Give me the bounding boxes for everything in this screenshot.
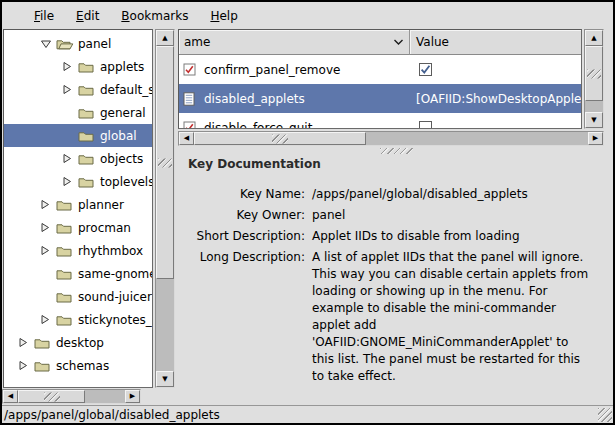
scroll-down-icon[interactable]: ▼ [585, 112, 603, 128]
statusbar: /apps/panel/global/disabled_applets [2, 405, 613, 423]
tree-vscroll-thumb[interactable] [156, 46, 174, 279]
menu-item-label: Edit [76, 9, 99, 23]
doc-field-value: panel [312, 207, 594, 224]
scroll-left-icon[interactable]: ◀ [3, 390, 18, 403]
scroll-up-icon[interactable]: ▲ [585, 30, 603, 46]
expander-open-icon[interactable] [40, 38, 56, 50]
key-value-cell [410, 121, 581, 129]
tree-vertical-scrollbar[interactable]: ▲ ▼ [155, 29, 175, 388]
table-row-disable-force-quit[interactable]: disable_force_quit [179, 113, 581, 129]
tree-item-label: default_se [100, 83, 153, 97]
expander-closed-icon[interactable] [62, 153, 78, 165]
table-vscroll-thumb[interactable] [585, 46, 603, 101]
folder-icon [78, 153, 97, 165]
tree-item-label: general [100, 106, 146, 120]
doc-field-value: Applet IIDs to disable from loading [312, 228, 594, 245]
doc-field-value: /apps/panel/global/disabled_applets [312, 186, 594, 203]
expander-closed-icon[interactable] [18, 360, 34, 372]
tree-item-rhythmbox[interactable]: rhythmbox [4, 239, 152, 262]
sort-indicator-icon [393, 39, 404, 46]
key-name-cell: confirm_panel_remove [179, 63, 410, 77]
key-list: ame Value confirm_panel_removedisabled_a… [178, 29, 582, 129]
tree-item-desktop[interactable]: desktop [4, 331, 152, 354]
table-horizontal-scrollbar[interactable]: ◀ ▶ [178, 131, 604, 146]
menu-item-help[interactable]: Help [199, 4, 248, 28]
folder-icon [56, 314, 75, 326]
key-documentation-pane: Key Documentation Key Name:/apps/panel/g… [182, 153, 602, 401]
menu-item-label: Help [210, 9, 237, 23]
tree-hscroll-thumb[interactable] [18, 390, 85, 403]
tree-item-panel[interactable]: panel [4, 32, 152, 55]
key-name-label: confirm_panel_remove [204, 63, 340, 77]
folder-open-icon [56, 38, 75, 50]
column-header-name-label: ame [184, 35, 210, 49]
tree-item-global[interactable]: global [4, 124, 152, 147]
window-resize-grip[interactable] [598, 408, 612, 422]
tree-item-same-gnome[interactable]: same-gnome [4, 262, 152, 285]
doc-field-label: Key Owner: [182, 207, 305, 224]
tree-item-default-se[interactable]: default_se [4, 78, 152, 101]
tree-item-general[interactable]: general [4, 101, 152, 124]
tree-item-label: stickynotes_ [78, 313, 152, 327]
doc-field-label: Long Description: [182, 249, 305, 385]
expander-closed-icon[interactable] [62, 176, 78, 188]
folder-icon [78, 176, 97, 188]
tree-item-objects[interactable]: objects [4, 147, 152, 170]
table-row-confirm-panel-remove[interactable]: confirm_panel_remove [179, 55, 581, 84]
key-documentation-fields: Key Name:/apps/panel/global/disabled_app… [182, 186, 602, 385]
tree-item-label: panel [78, 37, 111, 51]
tree-horizontal-scrollbar[interactable]: ◀ ▶ [2, 389, 141, 404]
tree-item-stickynotes[interactable]: stickynotes_ [4, 308, 152, 331]
scroll-down-icon[interactable]: ▼ [156, 371, 174, 387]
scroll-right-icon[interactable]: ▶ [125, 390, 140, 403]
boolean-key-icon [183, 63, 200, 76]
key-name-label: disabled_applets [204, 92, 305, 106]
tree-item-label: applets [100, 60, 144, 74]
value-checkbox-unchecked[interactable] [419, 121, 432, 129]
table-hscroll-thumb[interactable] [194, 132, 366, 145]
folder-icon [34, 360, 53, 372]
menu-item-bookmarks[interactable]: Bookmarks [110, 4, 199, 28]
folder-tree: panelappletsdefault_segeneralglobalobjec… [3, 29, 153, 388]
scroll-left-icon[interactable]: ◀ [179, 132, 194, 145]
menubar: FileEditBookmarksHelp [2, 2, 613, 29]
expander-closed-icon[interactable] [40, 314, 56, 326]
expander-closed-icon[interactable] [40, 199, 56, 211]
tree-item-planner[interactable]: planner [4, 193, 152, 216]
expander-closed-icon[interactable] [18, 337, 34, 349]
key-list-header: ame Value [179, 30, 581, 55]
table-row-disabled-applets[interactable]: disabled_applets[OAFIID:ShowDesktopApple… [179, 84, 581, 113]
doc-field-value: A list of applet IIDs that the panel wil… [312, 249, 594, 385]
scroll-right-icon[interactable]: ▶ [588, 132, 603, 145]
folder-icon [56, 222, 75, 234]
expander-spacer [62, 130, 78, 142]
menu-item-file[interactable]: File [23, 4, 65, 28]
tree-item-label: objects [100, 152, 143, 166]
tree-item-label: desktop [56, 336, 104, 350]
key-documentation-title: Key Documentation [188, 157, 602, 171]
expander-spacer [40, 268, 56, 280]
value-checkbox-checked[interactable] [419, 63, 432, 76]
column-header-value[interactable]: Value [410, 30, 581, 55]
expander-closed-icon[interactable] [40, 245, 56, 257]
folder-icon [78, 107, 97, 119]
expander-closed-icon[interactable] [40, 222, 56, 234]
scroll-up-icon[interactable]: ▲ [156, 30, 174, 46]
tree-item-toplevels[interactable]: toplevels [4, 170, 152, 193]
tree-item-procman[interactable]: procman [4, 216, 152, 239]
table-vertical-scrollbar[interactable]: ▲ ▼ [584, 29, 604, 129]
tree-item-label: procman [78, 221, 131, 235]
column-header-name[interactable]: ame [179, 30, 410, 55]
folder-icon [56, 199, 75, 211]
doc-field-label: Key Name: [182, 186, 305, 203]
folder-icon [34, 337, 53, 349]
tree-item-label: same-gnome [78, 267, 153, 281]
tree-item-applets[interactable]: applets [4, 55, 152, 78]
column-header-value-label: Value [416, 35, 449, 49]
expander-closed-icon[interactable] [62, 61, 78, 73]
menu-item-edit[interactable]: Edit [65, 4, 110, 28]
expander-closed-icon[interactable] [62, 84, 78, 96]
key-name-label: disable_force_quit [204, 121, 312, 130]
tree-item-sound-juicer[interactable]: sound-juicer [4, 285, 152, 308]
tree-item-schemas[interactable]: schemas [4, 354, 152, 377]
